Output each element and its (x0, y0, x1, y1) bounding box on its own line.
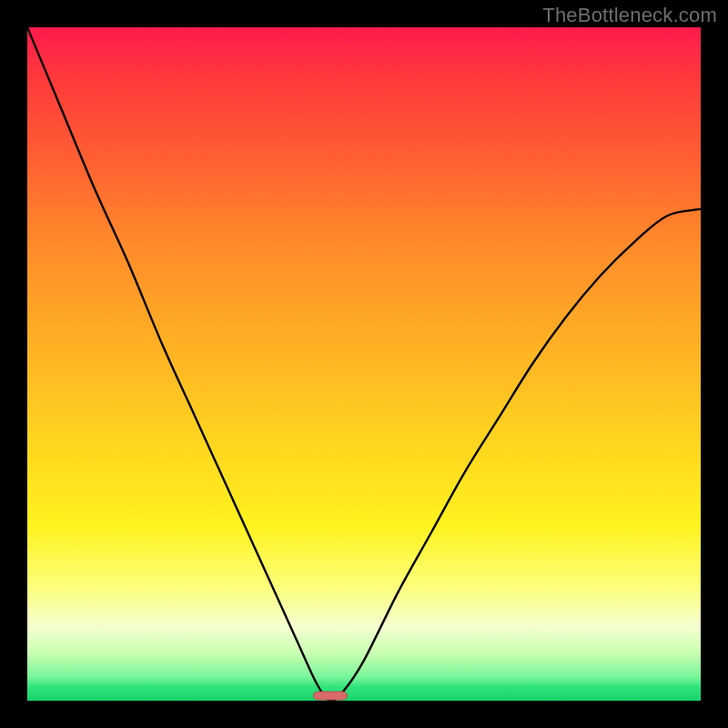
trough-marker (314, 692, 348, 700)
chart-frame: TheBottleneck.com (0, 0, 728, 728)
bottleneck-curve (27, 27, 701, 701)
watermark-text: TheBottleneck.com (542, 4, 717, 27)
chart-svg (27, 27, 701, 701)
plot-area (27, 27, 701, 701)
